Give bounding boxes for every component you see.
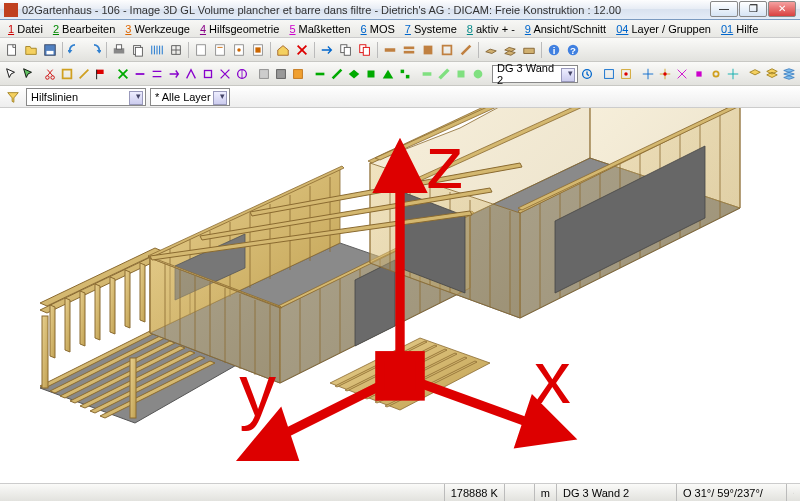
tool-copy-red-icon[interactable]	[356, 41, 374, 59]
minimize-button[interactable]: —	[710, 1, 738, 17]
tool-brown2-icon[interactable]	[400, 41, 418, 59]
tool-line-icon[interactable]	[76, 65, 92, 83]
tool-purple6-icon[interactable]	[217, 65, 233, 83]
close-button[interactable]: ✕	[768, 1, 796, 17]
tool-green5-icon[interactable]	[380, 65, 396, 83]
tool-undo-icon[interactable]	[66, 41, 84, 59]
svg-point-74	[713, 71, 718, 76]
toolbar-2: DG 3 Wand 2	[0, 62, 800, 86]
svg-line-43	[80, 69, 89, 78]
svg-text:x: x	[534, 336, 571, 419]
resize-grip[interactable]	[786, 484, 800, 501]
tool-lightgreen4-icon[interactable]	[470, 65, 486, 83]
tool-print-icon[interactable]	[110, 41, 128, 59]
tool-green3-icon[interactable]	[346, 65, 362, 83]
tool-page1-icon[interactable]	[192, 41, 210, 59]
selection-combo[interactable]: DG 3 Wand 2	[492, 65, 578, 83]
tool-flag-icon[interactable]	[93, 65, 109, 83]
tool-copy2-icon[interactable]	[337, 41, 355, 59]
menu-bearbeiten[interactable]: 2 Bearbeiten	[49, 22, 119, 36]
tool-refresh-icon[interactable]	[579, 65, 595, 83]
menu-layer[interactable]: 04 Layer / Gruppen	[612, 22, 715, 36]
tool-layer3-icon[interactable]	[781, 65, 797, 83]
tool-delete-icon[interactable]	[293, 41, 311, 59]
tool-view2-icon[interactable]	[618, 65, 634, 83]
svg-rect-42	[63, 69, 72, 78]
tool-snap3-icon[interactable]	[674, 65, 690, 83]
svg-text:y: y	[239, 349, 276, 432]
tool-page2-icon[interactable]	[211, 41, 229, 59]
tool-plate3-icon[interactable]	[520, 41, 538, 59]
tool-snap2-icon[interactable]	[657, 65, 673, 83]
tool-purple4-icon[interactable]	[183, 65, 199, 83]
tool-brown3-icon[interactable]	[419, 41, 437, 59]
svg-rect-73	[696, 71, 701, 76]
tool-green6-icon[interactable]	[397, 65, 413, 83]
tool-page3-icon[interactable]	[230, 41, 248, 59]
menu-hilfsgeometrie[interactable]: 4 Hilfsgeometrie	[196, 22, 284, 36]
tool-purple2-icon[interactable]	[149, 65, 165, 83]
tool-plate1-icon[interactable]	[482, 41, 500, 59]
tool-snap1-icon[interactable]	[640, 65, 656, 83]
tool-open-icon[interactable]	[22, 41, 40, 59]
tool-green2-icon[interactable]	[329, 65, 345, 83]
tool-view1-icon[interactable]	[601, 65, 617, 83]
svg-rect-61	[458, 70, 465, 77]
tool-snap4-icon[interactable]	[691, 65, 707, 83]
tool-snap5-icon[interactable]	[708, 65, 724, 83]
tool-purple7-icon[interactable]	[234, 65, 250, 83]
tool-info-icon[interactable]: i	[545, 41, 563, 59]
svg-rect-56	[294, 69, 303, 78]
menu-datei[interactable]: 1 Datei	[4, 22, 47, 36]
tool-brown1-icon[interactable]	[381, 41, 399, 59]
tool-house-icon[interactable]	[274, 41, 292, 59]
tool-snap6-icon[interactable]	[725, 65, 741, 83]
tool-cut-icon[interactable]	[42, 65, 58, 83]
tool-gray1-icon[interactable]	[256, 65, 272, 83]
menu-hilfe[interactable]: 01 Hilfe	[717, 22, 762, 36]
tool-gray2-icon[interactable]	[273, 65, 289, 83]
tool-purple3-icon[interactable]	[166, 65, 182, 83]
status-orientation: O 31°/ 59°/237°/	[676, 484, 786, 501]
filter-combo-2[interactable]: * Alle Layer	[150, 88, 230, 106]
tool-purple5-icon[interactable]	[200, 65, 216, 83]
tool-green4-icon[interactable]	[363, 65, 379, 83]
tool-page4-icon[interactable]	[249, 41, 267, 59]
svg-rect-28	[344, 47, 350, 55]
tool-bars-icon[interactable]	[148, 41, 166, 59]
menu-mos[interactable]: 6 MOS	[357, 22, 399, 36]
tool-purple1-icon[interactable]	[132, 65, 148, 83]
tool-brown5-icon[interactable]	[457, 41, 475, 59]
svg-rect-34	[424, 45, 433, 54]
menu-ansicht[interactable]: 9 Ansicht/Schnitt	[521, 22, 610, 36]
tool-arrow-icon[interactable]	[318, 41, 336, 59]
menu-systeme[interactable]: 7 Systeme	[401, 22, 461, 36]
tool-save-icon[interactable]	[41, 41, 59, 59]
tool-orange-icon[interactable]	[290, 65, 306, 83]
tool-layer1-icon[interactable]	[747, 65, 763, 83]
filter-combo-1[interactable]: Hilfslinien	[26, 88, 146, 106]
tool-help-icon[interactable]: ?	[564, 41, 582, 59]
tool-doc-icon[interactable]	[129, 41, 147, 59]
tool-layer2-icon[interactable]	[764, 65, 780, 83]
tool-x-icon[interactable]	[115, 65, 131, 83]
tool-crop-icon[interactable]	[59, 65, 75, 83]
tool-redo-icon[interactable]	[85, 41, 103, 59]
tool-grid-icon[interactable]	[167, 41, 185, 59]
tool-cursor-icon[interactable]	[3, 65, 19, 83]
tool-brown4-icon[interactable]	[438, 41, 456, 59]
tool-lightgreen2-icon[interactable]	[436, 65, 452, 83]
menu-werkzeuge[interactable]: 3 Werkzeuge	[121, 22, 194, 36]
tool-lightgreen1-icon[interactable]	[419, 65, 435, 83]
menu-massketten[interactable]: 5 Maßketten	[285, 22, 354, 36]
filter-icon[interactable]	[4, 88, 22, 106]
svg-rect-55	[277, 69, 286, 78]
tool-lightgreen3-icon[interactable]	[453, 65, 469, 83]
tool-new-icon[interactable]	[3, 41, 21, 59]
tool-plate2-icon[interactable]	[501, 41, 519, 59]
maximize-button[interactable]: ❐	[739, 1, 767, 17]
tool-green1-icon[interactable]	[312, 65, 328, 83]
menu-aktiv[interactable]: 8 aktiv + -	[463, 22, 519, 36]
viewport-3d[interactable]: z x y	[0, 108, 800, 483]
tool-cursor2-icon[interactable]	[20, 65, 36, 83]
